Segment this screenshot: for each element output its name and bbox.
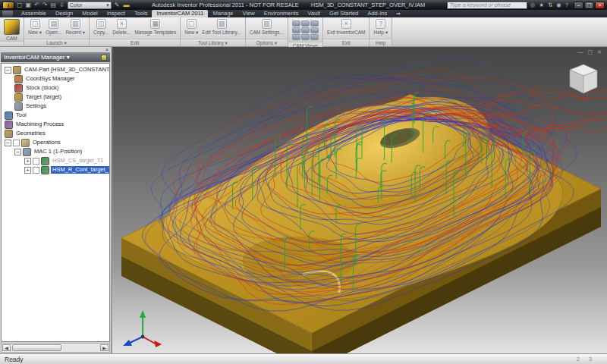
sync-icon[interactable]: ⇅ bbox=[547, 2, 553, 8]
tab-tools[interactable]: Tools bbox=[130, 10, 153, 17]
recent-button[interactable]: ▥Recent ▾ bbox=[64, 19, 86, 35]
inventor-app-button[interactable]: I bbox=[2, 2, 14, 9]
coordsys-icon bbox=[14, 75, 23, 83]
tree-checkbox[interactable] bbox=[33, 167, 39, 174]
tree-item-mac-1-1-position[interactable]: −MAC 1 (1-Position) bbox=[2, 147, 109, 156]
main-area: × InventorCAM Manager ▾ −CAM-Part [HSM_3… bbox=[0, 47, 607, 353]
community-icon[interactable]: ◎ bbox=[530, 2, 536, 8]
maximize-button[interactable]: ▢ bbox=[584, 2, 594, 9]
doc-close-icon[interactable]: ✕ bbox=[597, 49, 602, 55]
tree-item-stock-stock[interactable]: Stock (stock) bbox=[2, 83, 109, 93]
tree-item-label: HSM_R_Cont_target_T2 bbox=[51, 166, 110, 174]
cam-button[interactable]: CAM bbox=[3, 19, 20, 41]
group-label-tool-library[interactable]: Tool Library ▾ bbox=[181, 39, 245, 46]
manage-templates-icon: ▦ bbox=[150, 19, 160, 29]
tab-add-ins[interactable]: Add-Ins bbox=[363, 10, 392, 17]
group-label-launch[interactable]: Launch ▾ bbox=[24, 39, 89, 46]
help-circle-icon[interactable]: ? bbox=[565, 2, 569, 8]
tree-item-machining-process[interactable]: Machining Process bbox=[2, 120, 109, 129]
cam-view-icon[interactable] bbox=[310, 20, 319, 27]
copy-button[interactable]: ◫Copy... bbox=[93, 19, 109, 35]
tree-item-cam-part-hsm-3d-constant-step-over-iv[interactable]: −CAM-Part [HSM_3D_CONSTANT_STEP_OVER_IV] bbox=[2, 65, 109, 74]
view-cube[interactable] bbox=[560, 62, 599, 102]
graphics-viewport[interactable]: — ▢ ✕ bbox=[112, 47, 607, 353]
cam-settings-button[interactable]: ▥CAM Settings... bbox=[249, 19, 285, 35]
cam-view-icon[interactable] bbox=[310, 27, 319, 33]
tab-manage[interactable]: Manage bbox=[208, 10, 237, 17]
print-icon[interactable]: ▤ bbox=[50, 1, 58, 9]
panel-filter-icon[interactable] bbox=[101, 55, 107, 61]
save-icon[interactable]: ▣ bbox=[25, 1, 33, 9]
open-icon: ▤ bbox=[49, 19, 58, 29]
open-button[interactable]: ▤Open... bbox=[45, 19, 62, 35]
tree-item-target-target[interactable]: Target (target) bbox=[2, 93, 109, 102]
color-dropdown[interactable]: Color ▾ bbox=[68, 2, 112, 9]
viewport-scene[interactable] bbox=[112, 47, 607, 353]
tab-inspect[interactable]: Inspect bbox=[102, 10, 130, 17]
tab-model[interactable]: Model bbox=[77, 10, 102, 17]
panel-title-chevron-icon: ▾ bbox=[67, 54, 70, 61]
tree-item-hsm-cs-target-t1[interactable]: +HSM_CS_target_T1 bbox=[2, 156, 109, 165]
sign-in-icon[interactable]: ◉ bbox=[555, 2, 562, 8]
close-button[interactable]: × bbox=[595, 2, 605, 9]
tree-item-tool[interactable]: Tool bbox=[2, 111, 109, 120]
new-button[interactable]: ▢New ▾ bbox=[27, 19, 42, 35]
collapse-icon[interactable]: − bbox=[14, 149, 21, 155]
help-button[interactable]: ?Help ▾ bbox=[373, 19, 388, 35]
tab-inventorcam-2011[interactable]: InventorCAM 2011 bbox=[152, 10, 208, 17]
tab-design[interactable]: Design bbox=[51, 10, 77, 17]
ribbon-overflow-icon[interactable]: ▪▾ bbox=[396, 11, 400, 17]
scroll-left-icon[interactable]: ◀ bbox=[2, 344, 11, 351]
collapse-icon[interactable]: − bbox=[5, 140, 11, 146]
new-button[interactable]: ▢New ▾ bbox=[184, 19, 199, 35]
minimize-button[interactable]: – bbox=[574, 2, 583, 9]
cam-view-icon[interactable] bbox=[301, 20, 310, 27]
material-icon[interactable]: ▬ bbox=[123, 1, 131, 9]
ribbon-group-options: ▥CAM Settings...Options ▾ bbox=[246, 17, 288, 46]
tree-checkbox[interactable] bbox=[13, 140, 20, 146]
cam-view-icon[interactable] bbox=[301, 34, 310, 40]
doc-restore-icon[interactable]: ▢ bbox=[588, 49, 593, 55]
tree-item-hsm-r-cont-target-t2[interactable]: +HSM_R_Cont_target_T2 bbox=[2, 165, 109, 174]
search-input[interactable] bbox=[447, 2, 527, 9]
scroll-thumb[interactable] bbox=[12, 344, 61, 351]
tab-get-started[interactable]: Get Started bbox=[325, 10, 363, 17]
expand-icon[interactable]: + bbox=[24, 167, 31, 174]
tree-item-label: CoordSys Manager bbox=[24, 75, 77, 83]
tab-vault[interactable]: Vault bbox=[304, 10, 326, 17]
delete-button[interactable]: ×Delete... bbox=[112, 19, 131, 35]
delete-icon: × bbox=[117, 19, 127, 29]
cam-view-icon[interactable] bbox=[292, 34, 300, 40]
undo-icon[interactable]: ↶ bbox=[33, 1, 40, 9]
collapse-icon[interactable]: − bbox=[5, 67, 11, 74]
sketch-icon[interactable]: ✎ bbox=[114, 1, 121, 9]
exit-inventorcam-button[interactable]: ×Exit InventorCAM bbox=[326, 19, 366, 35]
cam-view-icon[interactable] bbox=[301, 27, 310, 33]
tab-assemble[interactable]: Assemble bbox=[17, 10, 51, 17]
tree-item-settings[interactable]: Settings bbox=[2, 102, 109, 111]
panel-close-icon[interactable]: × bbox=[105, 48, 109, 52]
manage-templates-button[interactable]: ▦Manage Templates bbox=[134, 19, 177, 35]
update-icon[interactable]: ⇩ bbox=[58, 1, 65, 9]
favorites-icon[interactable]: ★ bbox=[538, 2, 545, 8]
edit-tool-library-button[interactable]: ▧Edit Tool Library... bbox=[201, 19, 241, 35]
group-label-options[interactable]: Options ▾ bbox=[246, 39, 288, 46]
tree-item-operations[interactable]: −Operations bbox=[2, 138, 109, 147]
redo-icon[interactable]: ↷ bbox=[42, 1, 49, 9]
tree-checkbox[interactable] bbox=[33, 158, 39, 165]
panel-header[interactable]: InventorCAM Manager ▾ bbox=[1, 52, 110, 62]
expand-icon[interactable]: + bbox=[24, 158, 31, 165]
scroll-right-icon[interactable]: ▶ bbox=[100, 344, 109, 351]
tab-view[interactable]: View bbox=[238, 10, 259, 17]
new-file-icon[interactable]: ▢ bbox=[16, 1, 24, 9]
tab-environments[interactable]: Environments bbox=[259, 10, 304, 17]
window-buttons: –▢× bbox=[574, 2, 605, 9]
tree-item-coordsys-manager[interactable]: CoordSys Manager bbox=[2, 74, 109, 83]
cam-view-icon[interactable] bbox=[292, 27, 300, 33]
panel-hscrollbar[interactable]: ◀ ▶ bbox=[1, 343, 110, 353]
file-menu-icon[interactable] bbox=[2, 11, 13, 17]
cam-view-icon[interactable] bbox=[292, 20, 300, 27]
cam-view-icon[interactable] bbox=[310, 34, 319, 40]
tree-item-geometries[interactable]: Geometries bbox=[2, 129, 109, 138]
doc-minimize-icon[interactable]: — bbox=[578, 49, 583, 55]
